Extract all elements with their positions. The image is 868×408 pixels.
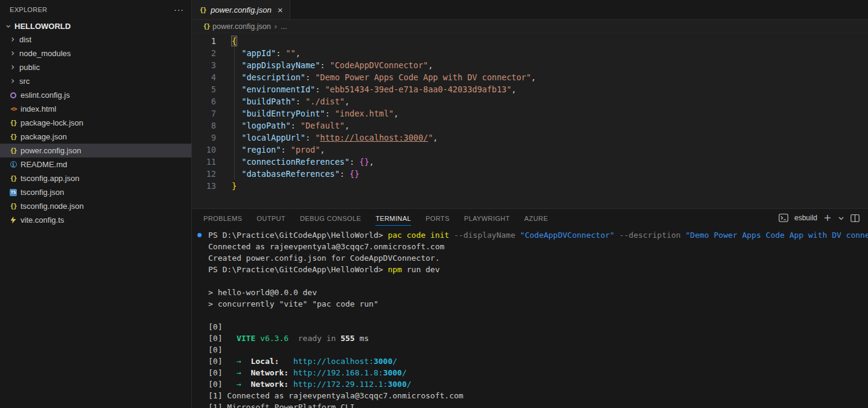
file-item-tsconfig.app.json[interactable]: {}tsconfig.app.json bbox=[0, 171, 191, 185]
panel-tab-debug-console[interactable]: DEBUG CONSOLE bbox=[293, 209, 368, 227]
terminal-line: PS D:\Practice\GitCodeApp\HelloWorld> pa… bbox=[208, 229, 868, 241]
panel-tab-label: DEBUG CONSOLE bbox=[300, 211, 361, 226]
breadcrumb[interactable]: {} power.config.json › ... bbox=[192, 20, 868, 33]
chevron-right-icon: › bbox=[8, 35, 17, 44]
terminal-line: [1] Microsoft PowerPlatform CLI bbox=[208, 401, 868, 408]
breadcrumb-more[interactable]: ... bbox=[281, 22, 287, 31]
tab-power-config-json[interactable]: {} power.config.json × bbox=[192, 0, 290, 19]
command-marker-icon bbox=[197, 233, 202, 237]
terminal-instance-label[interactable]: esbuild bbox=[794, 214, 817, 222]
code-line-13: 13} bbox=[192, 180, 868, 192]
panel-tab-label: PORTS bbox=[426, 211, 450, 226]
code-line-5: 5 "environmentId": "ebb51434-39ed-e71a-8… bbox=[192, 83, 868, 95]
vite-icon bbox=[8, 217, 18, 224]
file-item-eslint.config.js[interactable]: eslint.config.js bbox=[0, 88, 191, 102]
item-label: vite.config.ts bbox=[21, 215, 64, 225]
panel-tab-azure[interactable]: AZURE bbox=[517, 209, 555, 227]
json-file-icon: {} bbox=[198, 6, 208, 14]
editor-area: {} power.config.json × {} power.config.j… bbox=[192, 0, 868, 408]
terminal-line: Created power.config.json for CodeAppDVC… bbox=[208, 252, 868, 264]
explorer-title: EXPLORER bbox=[10, 6, 47, 13]
terminal-output[interactable]: PS D:\Practice\GitCodeApp\HelloWorld> pa… bbox=[192, 227, 868, 408]
info-icon: i bbox=[8, 161, 18, 168]
panel-tab-label: TERMINAL bbox=[375, 211, 411, 226]
chevron-right-icon: › bbox=[8, 49, 17, 58]
terminal-line: > hello-world@0.0.0 dev bbox=[208, 287, 868, 298]
code-line-12: 12 "databaseReferences": {} bbox=[192, 168, 868, 180]
folder-item-node_modules[interactable]: ›node_modules bbox=[0, 46, 191, 60]
more-actions-icon[interactable]: ··· bbox=[174, 5, 184, 14]
html-icon: <> bbox=[8, 105, 18, 113]
line-number: 9 bbox=[192, 132, 216, 144]
json-icon: {} bbox=[8, 119, 18, 127]
item-label: dist bbox=[19, 35, 31, 44]
file-item-package.json[interactable]: {}package.json bbox=[0, 130, 191, 144]
panel-tabs: PROBLEMSOUTPUTDEBUG CONSOLETERMINALPORTS… bbox=[203, 209, 555, 227]
vscode-window: EXPLORER ··· › HELLOWORLD ›dist›node_mod… bbox=[0, 0, 868, 408]
code-line-4: 4 "description": "Demo Power Apps Code A… bbox=[192, 71, 868, 83]
file-item-vite.config.ts[interactable]: vite.config.ts bbox=[0, 213, 191, 227]
item-label: src bbox=[19, 77, 30, 86]
split-terminal-icon[interactable] bbox=[850, 214, 860, 222]
folder-item-dist[interactable]: ›dist bbox=[0, 33, 191, 46]
file-item-index.html[interactable]: <>index.html bbox=[0, 102, 191, 116]
line-number: 7 bbox=[192, 107, 216, 120]
json-icon: {} bbox=[8, 174, 18, 182]
line-number: 13 bbox=[192, 180, 216, 192]
line-number: 5 bbox=[192, 83, 216, 95]
line-number: 12 bbox=[192, 168, 216, 180]
chevron-right-icon: › bbox=[8, 77, 17, 86]
json-icon: {} bbox=[8, 202, 18, 210]
file-item-tsconfig.json[interactable]: TStsconfig.json bbox=[0, 185, 191, 199]
item-label: tsconfig.json bbox=[21, 188, 64, 197]
explorer-sidebar: EXPLORER ··· › HELLOWORLD ›dist›node_mod… bbox=[0, 0, 192, 408]
item-label: index.html bbox=[21, 104, 56, 113]
code-editor[interactable]: 1{2 "appId": "",3 "appDisplayName": "Cod… bbox=[192, 33, 868, 208]
line-number: 4 bbox=[192, 71, 216, 83]
tab-label: power.config.json bbox=[211, 5, 272, 14]
indent-guide bbox=[234, 47, 235, 180]
explorer-header: EXPLORER ··· bbox=[0, 0, 191, 19]
panel-tab-problems[interactable]: PROBLEMS bbox=[203, 209, 249, 227]
file-item-package-lock.json[interactable]: {}package-lock.json bbox=[0, 116, 191, 130]
file-item-tsconfig.node.json[interactable]: {}tsconfig.node.json bbox=[0, 199, 191, 213]
json-icon: {} bbox=[8, 147, 18, 155]
breadcrumb-file[interactable]: power.config.json bbox=[212, 22, 271, 31]
line-number: 8 bbox=[192, 120, 216, 132]
terminal-line: [0] bbox=[208, 321, 868, 333]
terminal-line: > concurrently "vite" "pac code run" bbox=[208, 298, 868, 310]
line-number: 11 bbox=[192, 156, 216, 168]
item-label: eslint.config.js bbox=[21, 91, 70, 100]
panel-tab-playwright[interactable]: PLAYWRIGHT bbox=[457, 209, 517, 227]
code-line-2: 2 "appId": "", bbox=[192, 47, 868, 59]
close-tab-icon[interactable]: × bbox=[276, 5, 284, 15]
folder-item-src[interactable]: ›src bbox=[0, 74, 191, 88]
root-folder-helloworld[interactable]: › HELLOWORLD bbox=[0, 19, 191, 33]
item-label: public bbox=[19, 63, 40, 72]
panel-tab-terminal[interactable]: TERMINAL bbox=[368, 209, 418, 227]
panel-tab-output[interactable]: OUTPUT bbox=[249, 209, 293, 227]
file-list: ›dist›node_modules›public›srceslint.conf… bbox=[0, 33, 191, 227]
folder-item-public[interactable]: ›public bbox=[0, 60, 191, 74]
item-label: power.config.json bbox=[21, 146, 81, 155]
file-item-README.md[interactable]: iREADME.md bbox=[0, 158, 191, 171]
item-label: node_modules bbox=[19, 49, 71, 58]
panel-tab-label: PLAYWRIGHT bbox=[464, 211, 510, 226]
editor-tab-bar: {} power.config.json × bbox=[192, 0, 868, 20]
new-terminal-icon[interactable] bbox=[823, 214, 832, 222]
line-number: 3 bbox=[192, 59, 216, 71]
json-icon: {} bbox=[8, 133, 18, 141]
terminal-dropdown-chevron-icon[interactable] bbox=[838, 215, 844, 222]
terminal-line: [0] bbox=[208, 344, 868, 355]
item-label: tsconfig.app.json bbox=[21, 174, 80, 183]
panel-actions: esbuild bbox=[779, 214, 860, 222]
line-number: 6 bbox=[192, 95, 216, 107]
panel-tab-ports[interactable]: PORTS bbox=[418, 209, 457, 227]
code-line-10: 10 "region": "prod", bbox=[192, 144, 868, 156]
code-line-9: 9 "localAppUrl": "http://localhost:3000/… bbox=[192, 132, 868, 144]
item-label: package-lock.json bbox=[21, 118, 83, 127]
file-item-power.config.json[interactable]: {}power.config.json bbox=[0, 144, 191, 158]
root-folder-label: HELLOWORLD bbox=[14, 22, 71, 31]
code-line-1: 1{ bbox=[192, 35, 868, 47]
panel-tab-label: OUTPUT bbox=[257, 211, 286, 226]
